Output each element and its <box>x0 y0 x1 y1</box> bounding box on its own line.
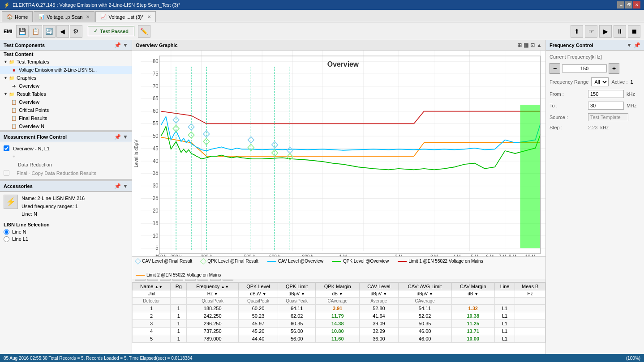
col-cav-level[interactable]: CAV Level <box>360 283 398 290</box>
active-label: Active : <box>611 79 627 85</box>
det-qpk-limit: QuasiPeak <box>278 298 316 305</box>
freq-decrease-button[interactable]: − <box>550 63 560 74</box>
to-row: To : MHz <box>550 102 640 110</box>
radio-input-line-l1[interactable] <box>4 236 9 242</box>
flow-item-data-reduction[interactable]: Data Reduction <box>0 161 132 169</box>
cell-qpk: 50.23 <box>238 312 278 320</box>
table-overview-item[interactable]: 📋 Overview <box>0 98 132 106</box>
flow-item-overview[interactable]: Overview - N, L1 <box>0 144 132 153</box>
cursor-button[interactable]: ⬆ <box>571 25 583 38</box>
cell-qpk: 45.97 <box>238 320 278 328</box>
chart-expand-icon[interactable]: ⊡ <box>530 42 535 48</box>
freq-control-header[interactable]: Frequency Control ▼ 📌 <box>546 40 644 51</box>
freq-stepper: − + <box>550 63 640 74</box>
cell-meas-b <box>515 335 545 343</box>
table-critical-points-item[interactable]: 📋 Critical Points <box>0 106 132 114</box>
tab-voltage-scan[interactable]: 📊 Voltage...p Scan ✕ <box>34 11 94 22</box>
back-button[interactable]: ◀ <box>56 25 69 38</box>
radio-line-l1[interactable]: Line L1 <box>4 236 128 242</box>
col-meas-b[interactable]: Meas B <box>515 283 545 290</box>
source-input[interactable] <box>588 113 628 121</box>
col-freq[interactable]: Frequency ▲▼ <box>187 283 238 290</box>
chart-inner[interactable]: 80 75 70 65 60 55 50 45 40 35 30 25 <box>141 51 545 256</box>
table-overview-n-item[interactable]: 📋 Overview N <box>0 122 132 130</box>
col-qpk-limit[interactable]: QPK Limit <box>278 283 316 290</box>
to-input[interactable] <box>588 102 624 110</box>
col-cav-limit[interactable]: CAV: AVG Limit <box>398 283 451 290</box>
overview-graphic-item[interactable]: ➔ Overview <box>0 82 132 90</box>
tab-bar: 🏠 Home 📊 Voltage...p Scan ✕ 📈 Voltage ..… <box>0 10 644 22</box>
svg-text:60: 60 <box>153 108 159 114</box>
cell-rg: 1 <box>171 328 187 335</box>
cell-freq: 242.250 <box>187 312 238 320</box>
accessories-header[interactable]: Accessories 📌 ▼ <box>0 181 132 192</box>
template-name-item[interactable]: ■ Voltage Emission with 2-Line-LISN St..… <box>0 66 132 74</box>
close-tab-voltage-st[interactable]: ✕ <box>147 14 151 19</box>
freq-pin-icon[interactable]: 📌 <box>634 42 640 48</box>
det-name: Detector <box>133 298 171 305</box>
freq-range-select[interactable]: All <box>591 77 609 86</box>
chart-svg: 80 75 70 65 60 55 50 45 40 35 30 25 <box>141 51 545 256</box>
freq-increase-button[interactable]: + <box>609 63 619 74</box>
line-selection-label: LISN Line Selection <box>4 222 128 227</box>
cell-qpk: 60.20 <box>238 305 278 312</box>
pause-button[interactable]: ⏸ <box>614 25 626 38</box>
stop-button[interactable]: ⏹ <box>628 25 640 38</box>
main-area: Test Components 📌 ▼ Test Content ▼ 📁 Tes… <box>0 40 644 362</box>
refresh-button[interactable]: 🔄 <box>43 25 56 38</box>
acc-pin-icon[interactable]: 📌 <box>114 183 121 189</box>
chart-grid-icon[interactable]: ⊞ <box>517 42 522 48</box>
chart-bar-icon[interactable]: ▦ <box>524 42 528 48</box>
svg-text:Overview: Overview <box>327 60 359 68</box>
from-unit: kHz <box>627 91 635 97</box>
hand-button[interactable]: ☞ <box>585 25 597 38</box>
current-freq-input[interactable] <box>562 64 607 72</box>
source-label: Source : <box>550 115 585 120</box>
freq-expand-icon[interactable]: ▼ <box>627 42 632 48</box>
main-toolbar: EMI 💾 📋 🔄 ◀ ⚙ ✓ Test Passed ✏️ ⬆ ☞ ▶ ⏸ ⏹ <box>0 22 644 40</box>
close-icon[interactable]: ✕ <box>633 1 640 9</box>
table-final-results-item[interactable]: 📋 Final Results <box>0 114 132 122</box>
close-tab-voltage-scan[interactable]: ✕ <box>86 14 90 19</box>
flow-pin-icon[interactable]: 📌 <box>114 134 121 140</box>
result-tables-item[interactable]: ▼ 📁 Result Tables <box>0 90 132 98</box>
test-templates-item[interactable]: ▼ 📁 Test Templates <box>0 58 132 66</box>
flow-checkbox-overview[interactable] <box>4 145 9 151</box>
play-button[interactable]: ▶ <box>599 25 612 38</box>
maximize-icon[interactable]: 🗗 <box>625 1 632 9</box>
cell-freq: 188.250 <box>187 305 238 312</box>
measurement-flow-header[interactable]: Measurement Flow Control 📌 ▼ <box>0 132 132 142</box>
test-components-header[interactable]: Test Components 📌 ▼ <box>0 40 132 51</box>
acc-expand-icon[interactable]: ▼ <box>123 183 128 189</box>
measurement-flow-title: Measurement Flow Control <box>4 134 67 140</box>
app-icon: ⚡ <box>4 2 10 8</box>
col-qpk-margin[interactable]: QPK Margin <box>316 283 360 290</box>
results-table-wrap[interactable]: Name ▲▼ Rg Frequency ▲▼ QPK Level QPK Li… <box>132 282 545 362</box>
save-as-button[interactable]: 📋 <box>30 25 42 38</box>
tab-voltage-st[interactable]: 📈 Voltage ...st (3)* ✕ <box>95 11 155 22</box>
col-qpk-level[interactable]: QPK Level <box>238 283 278 290</box>
cell-cav-margin: 10.38 <box>451 312 494 320</box>
table-icon-1: 📋 <box>11 99 17 105</box>
col-cav-margin[interactable]: CAV Margin <box>451 283 494 290</box>
col-line[interactable]: Line <box>494 283 515 290</box>
det-qpk-margin: CAverage <box>316 298 360 305</box>
expand-icon[interactable]: ▼ <box>123 42 128 48</box>
flow-expand-icon[interactable]: ▼ <box>123 134 128 140</box>
from-input[interactable] <box>588 90 624 98</box>
chart-collapse-icon[interactable]: ▲ <box>537 42 542 48</box>
col-name[interactable]: Name ▲▼ <box>133 283 171 290</box>
pen-button[interactable]: ✏️ <box>138 25 150 38</box>
col-rg[interactable]: Rg <box>171 283 187 290</box>
flow-item-plus[interactable]: + <box>0 153 132 161</box>
graphics-item[interactable]: ▼ 📁 Graphics <box>0 74 132 82</box>
save-button[interactable]: 💾 <box>16 25 29 38</box>
minimize-icon[interactable]: 🗕 <box>617 1 624 9</box>
det-cav-limit: CAverage <box>398 298 451 305</box>
radio-line-n[interactable]: Line N <box>4 229 128 235</box>
pin-icon[interactable]: 📌 <box>114 42 121 48</box>
radio-input-line-n[interactable] <box>4 229 9 235</box>
settings-button[interactable]: ⚙ <box>70 25 82 38</box>
test-passed-button[interactable]: ✓ Test Passed <box>88 26 134 36</box>
tab-home[interactable]: 🏠 Home <box>2 11 33 22</box>
